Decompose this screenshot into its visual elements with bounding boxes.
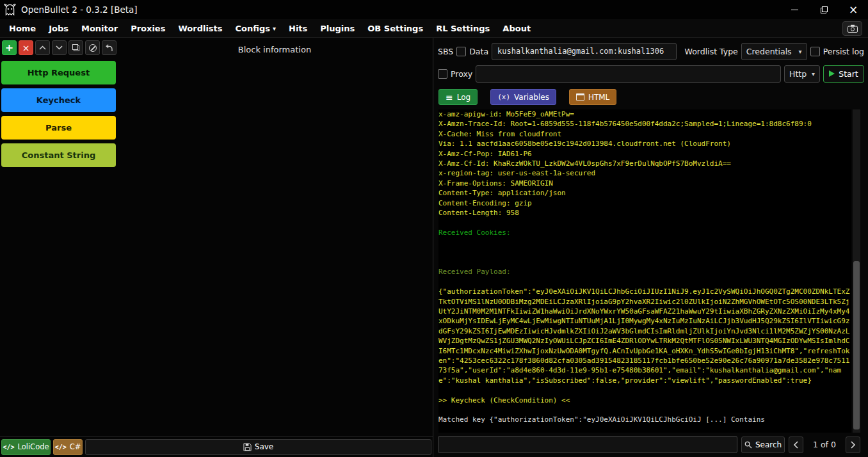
menu-item[interactable]: RL Settings ▾ [430, 20, 496, 36]
undo-button[interactable] [102, 40, 117, 55]
search-button[interactable]: Search [741, 437, 785, 453]
debugger-footer: Search 1 of 0 [438, 436, 860, 453]
menu-item[interactable]: Plugins ▾ [314, 20, 361, 36]
menu-item[interactable]: About ▾ [496, 20, 537, 36]
stacker-block[interactable]: Constant String [1, 143, 116, 167]
stacker-block[interactable]: Parse [1, 116, 116, 140]
proxy-checkbox[interactable] [438, 69, 447, 79]
chevron-right-icon [850, 441, 856, 449]
log-line: Matched key {"authorizationToken":"eyJ0e… [438, 415, 851, 424]
sbs-label: SBS [438, 47, 453, 56]
log-line: Content-Encoding: gzip [438, 198, 851, 208]
data-input[interactable] [492, 43, 676, 60]
match-position: 1 of 0 [811, 440, 838, 449]
scrollbar-thumb[interactable] [853, 261, 860, 429]
minimize-button[interactable] [780, 0, 809, 19]
debugger-panel: SBS Data Wordlist Type Credentials ▾ Per… [433, 38, 868, 457]
window-title: OpenBullet 2 - 0.3.2 [Beta] [21, 4, 138, 15]
menu-item[interactable]: Home ▾ [3, 20, 42, 36]
menu-item-label: Jobs [49, 24, 68, 33]
menu-item-label: Wordlists [178, 24, 222, 33]
menu-item[interactable]: Proxies ▾ [124, 20, 172, 36]
menu-bar: Home ▾ Jobs ▾ Monitor ▾ Proxies ▾ Wordli… [0, 19, 868, 38]
log-line: >> Keycheck (CheckCondition) << [438, 396, 851, 405]
wordlist-type-select[interactable]: Credentials ▾ [741, 43, 807, 60]
tab-html[interactable]: HTML [569, 89, 616, 105]
sbs-checkbox[interactable] [456, 47, 466, 56]
menu-item[interactable]: Monitor ▾ [75, 20, 124, 36]
restore-icon [821, 6, 828, 13]
lolicode-button[interactable]: </> LoliCode [1, 439, 51, 455]
menu-item-label: RL Settings [436, 24, 490, 33]
block-info-title: Block information [117, 45, 432, 54]
menu-item[interactable]: Hits ▾ [282, 20, 314, 36]
menu-item[interactable]: Configs ▾ [229, 20, 282, 36]
start-button[interactable]: Start [823, 65, 864, 83]
clone-icon [72, 44, 79, 51]
log-line [438, 277, 851, 287]
menu-item[interactable]: Wordlists ▾ [172, 20, 229, 36]
debugger-view-tabs: ≡ Log (x) Variables HTML [438, 89, 616, 105]
log-line: X-Frame-Options: SAMEORIGIN [438, 179, 851, 188]
code-icon: </> [55, 444, 67, 451]
next-match-button[interactable] [846, 437, 860, 453]
log-line [438, 218, 851, 227]
lolicode-label: LoliCode [17, 442, 49, 451]
close-button[interactable]: × [839, 0, 868, 19]
tab-variables-label: Variables [514, 93, 549, 102]
screenshot-button[interactable] [842, 21, 862, 36]
app-logo-icon [4, 3, 16, 17]
move-up-icon [39, 45, 46, 50]
variables-icon: (x) [497, 93, 510, 101]
log-line: X-Amz-Cf-Pop: IAD61-P6 [438, 149, 851, 159]
camera-icon [848, 24, 858, 33]
menu-item-label: OB Settings [367, 24, 423, 33]
chevron-left-icon [793, 441, 799, 449]
proxy-type-value: Http [789, 69, 807, 79]
debugger-log: x-amz-apigw-id: Mo5FeE9_oAMEtPw=X-Amzn-T… [438, 109, 851, 433]
delete-block-button[interactable]: × [19, 40, 33, 55]
save-label: Save [255, 442, 273, 451]
stacker-toolbar: + × [2, 40, 117, 55]
log-line: Content-Length: 958 [438, 208, 851, 218]
stacker-block[interactable]: Http Request [1, 61, 116, 84]
search-icon [744, 441, 752, 449]
stacker-panel: + × Block information Http Request [0, 38, 433, 457]
log-line: x-region-tag: user-us-east-1a-secured [438, 168, 851, 178]
move-down-icon [56, 45, 63, 50]
clone-block-button[interactable] [68, 40, 83, 55]
title-bar: OpenBullet 2 - 0.3.2 [Beta] × [0, 0, 868, 19]
menu-item[interactable]: OB Settings ▾ [361, 20, 430, 36]
tab-variables[interactable]: (x) Variables [490, 89, 556, 105]
stacker-block[interactable]: Keycheck [1, 88, 116, 112]
save-button[interactable]: Save [85, 439, 431, 455]
tab-log[interactable]: ≡ Log [438, 89, 478, 105]
previous-match-button[interactable] [789, 437, 803, 453]
log-scrollbar[interactable] [853, 109, 860, 433]
save-icon [243, 443, 252, 451]
log-search-input[interactable] [438, 436, 737, 453]
maximize-button[interactable] [809, 0, 839, 19]
stacker-footer: </> LoliCode </> C# Save [0, 436, 433, 457]
persist-log-label: Persist log [823, 47, 864, 56]
list-icon: ≡ [446, 93, 453, 102]
close-icon: × [849, 4, 858, 15]
window-controls: × [780, 0, 868, 19]
debugger-proxy-row: Proxy Http ▾ Start [438, 65, 864, 83]
log-line: X-Amz-Cf-Id: KhaRczWOkTU_LzkDW2w4VL0spGh… [438, 159, 851, 168]
move-up-button[interactable] [35, 40, 50, 55]
wordlist-type-value: Credentials [746, 47, 792, 56]
menu-item-label: Monitor [81, 24, 118, 33]
log-line: {"authorizationToken":"eyJ0eXAiOiJKV1QiL… [438, 287, 851, 385]
csharp-button[interactable]: </> C# [53, 439, 83, 455]
persist-log-checkbox[interactable] [810, 47, 820, 56]
proxy-input[interactable] [476, 65, 781, 83]
add-block-button[interactable]: + [2, 40, 17, 55]
log-line: X-Cache: Miss from cloudfront [438, 129, 851, 139]
disable-block-button[interactable] [85, 40, 100, 55]
menu-item[interactable]: Jobs ▾ [42, 20, 75, 36]
proxy-type-select[interactable]: Http ▾ [784, 65, 820, 83]
main-area: + × Block information Http Request [0, 38, 868, 457]
log-line: Content-Type: application/json [438, 188, 851, 198]
move-down-button[interactable] [52, 40, 67, 55]
